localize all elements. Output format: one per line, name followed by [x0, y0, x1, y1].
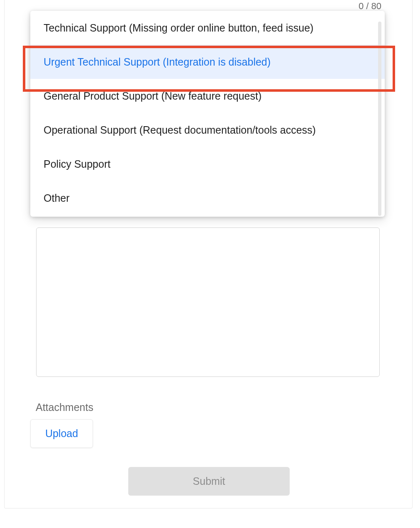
character-counter: 0 / 80	[359, 1, 381, 12]
dropdown-option-technical-support[interactable]: Technical Support (Missing order online …	[30, 11, 385, 45]
submit-button[interactable]: Submit	[128, 467, 290, 496]
description-textarea[interactable]	[36, 227, 380, 377]
attachments-label: Attachments	[36, 401, 93, 413]
dropdown-option-other[interactable]: Other	[30, 181, 385, 215]
dropdown-scroll[interactable]: Technical Support (Missing order online …	[30, 11, 385, 217]
dropdown-option-operational-support[interactable]: Operational Support (Request documentati…	[30, 113, 385, 147]
dropdown-option-general-product-support[interactable]: General Product Support (New feature req…	[30, 79, 385, 113]
dropdown-option-urgent-technical-support[interactable]: Urgent Technical Support (Integration is…	[30, 45, 385, 79]
dropdown-scrollbar[interactable]	[378, 22, 381, 216]
issue-type-dropdown[interactable]: Technical Support (Missing order online …	[30, 11, 385, 217]
upload-button[interactable]: Upload	[30, 419, 93, 448]
dropdown-option-policy-support[interactable]: Policy Support	[30, 147, 385, 181]
form-panel: 0 / 80 Technical Support (Missing order …	[4, 0, 413, 508]
